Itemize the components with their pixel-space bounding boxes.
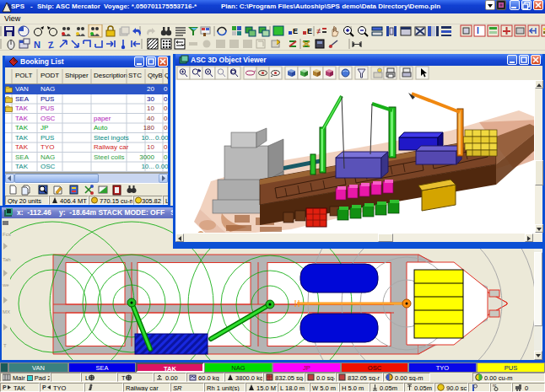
svg-text:T: T <box>3 343 7 348</box>
svg-text:E: E <box>293 27 298 35</box>
svg-text:Tah: Tah <box>3 257 11 262</box>
svg-text:Z: Z <box>47 40 55 51</box>
svg-text:E: E <box>307 27 312 35</box>
svg-text:I: I <box>477 26 479 35</box>
svg-text:MX: MX <box>3 309 10 314</box>
svg-text:P: P <box>42 384 46 390</box>
svg-text:N: N <box>34 40 40 50</box>
svg-text:P: P <box>3 384 7 390</box>
svg-text:we: we <box>2 282 9 287</box>
svg-text:Fcs: Fcs <box>3 232 11 237</box>
